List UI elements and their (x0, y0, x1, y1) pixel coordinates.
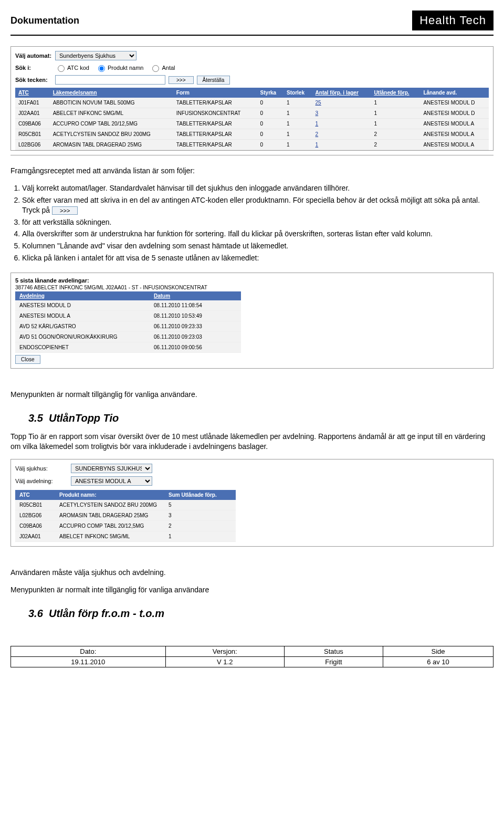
step-1: Välj korrekt automat/lager. Standardvale… (22, 183, 494, 193)
antal-link[interactable]: 1 (316, 121, 319, 127)
antal-link[interactable]: 2 (316, 131, 319, 137)
top10-note2: Menypunkten är normalt inte tillgänglig … (10, 585, 494, 595)
radio-atc[interactable]: ATC kod (55, 64, 89, 72)
brand-badge: Health Tech (412, 11, 494, 30)
col-avd: Lånande avd. (420, 88, 489, 98)
col-form: Form (173, 88, 257, 98)
intro-text: Framgångsreceptet med att använda listan… (10, 166, 494, 176)
app-search-panel: Välj automat: Sunderbyens Sjukhus Sök i:… (10, 46, 494, 151)
ftr-version-lbl: Versjon: (165, 646, 284, 656)
top10-panel: Välj sjukhus: SUNDERBYNS SJUKHUS Välj av… (10, 459, 494, 547)
col-storlek: Storlek (284, 88, 312, 98)
top10-note1: Användaren måste välja sjukhus och avdel… (10, 568, 494, 578)
table-row: J02AA01ABELCET INFKONC 5MG/ML1 (15, 531, 236, 541)
automat-select[interactable]: Sunderbyens Sjukhus (55, 51, 136, 60)
automat-label: Välj automat: (15, 53, 52, 59)
ftr-side-val: 6 av 10 (383, 656, 494, 667)
col-atc[interactable]: ATC (15, 88, 50, 98)
table-row: L02BG06AROMASIN TABL DRAGERAD 25MGTABLET… (15, 140, 489, 150)
avdelning-label: Välj avdelning: (15, 478, 68, 484)
table-row: C09BA06ACCUPRO COMP TABL 20/12,5MGTABLET… (15, 119, 489, 129)
sok-i-label: Sök i: (15, 65, 52, 71)
section-3-5-heading: 3.5 UtlånTopp Tio (28, 412, 494, 424)
step-5: Kolumnen "Lånande avd" visar den avdelni… (22, 241, 494, 251)
col-styrka: Styrka (257, 88, 284, 98)
step-4: Alla överskrifter som är understrukna ha… (22, 229, 494, 239)
page-footer: Dato: Versjon: Status Side 19.11.2010 V … (10, 646, 494, 667)
results-table: ATC Läkemedelsnamn Form Styrka Storlek A… (15, 88, 489, 150)
loan-history-table: Avdelning Datum ANESTESI MODUL D08.11.20… (15, 291, 241, 353)
table-row: ENDOSCOPIENHET06.11.2010 09:00:56 (15, 342, 241, 353)
loan-history-panel: 5 sista lånande avdelingar: 387746 ABELC… (10, 273, 494, 369)
ftr-status-lbl: Status (284, 646, 383, 656)
radio-antal[interactable]: Antal (150, 64, 175, 72)
reset-button[interactable]: Återställa (197, 76, 230, 85)
table-row: C09BA06ACCUPRO COMP TABL 20/12,5MG2 (15, 520, 236, 531)
page-header: Dokumentation Health Tech (10, 11, 494, 36)
sjukhus-select[interactable]: SUNDERBYNS SJUKHUS (71, 464, 152, 473)
table-row: AVD 51 ÖGON/ÖRON/URO/KÄKKIRURG06.11.2010… (15, 332, 241, 342)
sub-col-datum[interactable]: Datum (150, 291, 241, 300)
antal-link[interactable]: 3 (316, 110, 319, 116)
instructions-list: Välj korrekt automat/lager. Standardvale… (22, 183, 494, 263)
ftr-version-val: V 1.2 (165, 656, 284, 667)
table-row: R05CB01ACETYLCYSTEIN SANDOZ BRU 200MG5 (15, 500, 236, 510)
table-row: R05CB01ACETYLCYSTEIN SANDOZ BRU 200MGTAB… (15, 129, 489, 140)
loan-history-item: 387746 ABELCET INFKONC 5MG/ML J02AA01 - … (15, 285, 489, 290)
step-6: Klicka på länken i antalet för att visa … (22, 253, 494, 263)
top-col-atc: ATC (15, 490, 55, 500)
antal-link[interactable]: 1 (316, 142, 319, 148)
col-namn[interactable]: Läkemedelsnamn (50, 88, 173, 98)
antal-link[interactable]: 25 (316, 100, 321, 106)
availability-text: Menypunkten är normalt tillgänglig för v… (10, 390, 494, 400)
sjukhus-label: Välj sjukhus: (15, 465, 68, 472)
sok-tecken-label: Sök tecken: (15, 77, 52, 83)
close-button[interactable]: Close (15, 355, 40, 364)
sub-col-avd[interactable]: Avdelning (15, 291, 150, 300)
table-row: ANESTESI MODUL D08.11.2010 11:08:54 (15, 300, 241, 311)
inline-go-button: >>> (52, 206, 78, 215)
top-col-prod: Produkt namn: (55, 490, 164, 500)
section-3-6-heading: 3.6 Utlån förp fr.o.m - t.o.m (28, 608, 494, 620)
table-row: AVD 52 KÄRL/GASTRO06.11.2010 09:23:33 (15, 321, 241, 332)
col-utl[interactable]: Utlånede förp. (371, 88, 420, 98)
loan-history-title: 5 sista lånande avdelingar: (15, 277, 489, 284)
table-row: ANESTESI MODUL A08.11.2010 10:53:49 (15, 311, 241, 321)
ftr-dato-lbl: Dato: (11, 646, 166, 656)
table-row: J02AA01ABELCET INFKONC 5MG/MLINFUSIONSKO… (15, 108, 489, 119)
ftr-side-lbl: Side (383, 646, 494, 656)
top10-table: ATC Produkt namn: Sum Utlånade förp. R05… (15, 490, 236, 542)
top-col-sum: Sum Utlånade förp. (164, 490, 236, 500)
col-antal[interactable]: Antal förp. i lager (312, 88, 371, 98)
search-input[interactable] (55, 75, 165, 85)
doc-title: Dokumentation (10, 15, 79, 26)
go-button[interactable]: >>> (169, 76, 194, 84)
radio-produkt[interactable]: Produkt namn (96, 64, 143, 72)
table-row: J01FA01ABBOTICIN NOVUM TABL 500MGTABLETT… (15, 98, 489, 108)
ftr-status-val: Frigitt (284, 656, 383, 667)
divider (10, 155, 494, 155)
table-row: L02BG06AROMASIN TABL DRAGERAD 25MG3 (15, 510, 236, 520)
ftr-dato-val: 19.11.2010 (11, 656, 166, 667)
avdelning-select[interactable]: ANESTESI MODUL A (71, 476, 152, 486)
step-2: Sök efter varan med att skriva in en del… (22, 195, 494, 215)
step-3: för att verkställa sökningen. (22, 217, 494, 227)
top10-intro: Topp Tio är en rapport som visar översik… (10, 432, 494, 452)
